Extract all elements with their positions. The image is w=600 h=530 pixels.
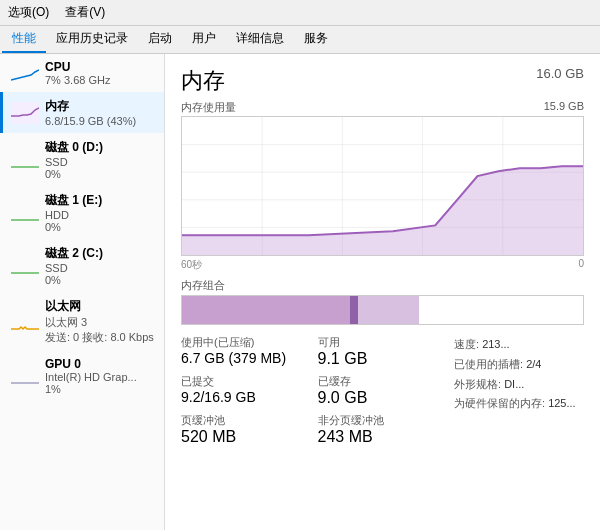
disk0-title: 磁盘 0 (D:) (45, 139, 103, 156)
disk2-title: 磁盘 2 (C:) (45, 245, 103, 262)
disk2-subtitle: SSD (45, 262, 103, 274)
graph-label-top: 内存使用量 15.9 GB (181, 100, 584, 115)
svg-marker-9 (182, 166, 583, 255)
disk2-mini-chart (11, 255, 39, 277)
ethernet-subtitle: 以太网 3 (45, 315, 154, 330)
composition-used (182, 296, 350, 324)
gpu-subtitle: Intel(R) HD Grap... (45, 371, 137, 383)
stat-paged-pool: 页缓冲池 520 MB (181, 413, 308, 446)
disk0-mini-chart (11, 149, 39, 171)
disk0-subtitle: SSD (45, 156, 103, 168)
disk1-mini-chart (11, 202, 39, 224)
disk1-percent: 0% (45, 221, 102, 233)
gpu-title: GPU 0 (45, 357, 137, 371)
memory-mini-chart (11, 102, 39, 124)
cpu-subtitle: 7% 3.68 GHz (45, 74, 110, 86)
tab-details[interactable]: 详细信息 (226, 26, 294, 53)
tab-startup[interactable]: 启动 (138, 26, 182, 53)
tab-users[interactable]: 用户 (182, 26, 226, 53)
ethernet-speed: 发送: 0 接收: 8.0 Kbps (45, 330, 154, 345)
tabbar: 性能 应用历史记录 启动 用户 详细信息 服务 (0, 26, 600, 54)
disk2-percent: 0% (45, 274, 103, 286)
ethernet-mini-chart (11, 311, 39, 333)
memory-title: 内存 (45, 98, 136, 115)
graph-top-value: 15.9 GB (544, 100, 584, 115)
cpu-mini-chart (11, 62, 39, 84)
stat-available: 可用 9.1 GB (318, 335, 445, 368)
composition-free (419, 296, 583, 324)
graph-top-label: 内存使用量 (181, 100, 236, 115)
tab-performance[interactable]: 性能 (2, 26, 46, 53)
memory-subtitle: 6.8/15.9 GB (43%) (45, 115, 136, 127)
sidebar-item-disk2[interactable]: 磁盘 2 (C:) SSD 0% (0, 239, 164, 292)
menu-options[interactable]: 选项(O) (4, 2, 53, 23)
composition-label: 内存组合 (181, 278, 584, 293)
panel-title: 内存 (181, 66, 225, 96)
main-layout: CPU 7% 3.68 GHz 内存 6.8/15.9 GB (43%) (0, 54, 600, 530)
disk1-subtitle: HDD (45, 209, 102, 221)
disk0-percent: 0% (45, 168, 103, 180)
sidebar-item-cpu[interactable]: CPU 7% 3.68 GHz (0, 54, 164, 92)
stats-section: 使用中(已压缩) 6.7 GB (379 MB) 可用 9.1 GB 已提交 9… (181, 335, 584, 446)
stat-committed: 已提交 9.2/16.9 GB (181, 374, 308, 407)
cpu-title: CPU (45, 60, 110, 74)
gpu-mini-chart (11, 365, 39, 387)
composition-modified (350, 296, 358, 324)
stats-left: 使用中(已压缩) 6.7 GB (379 MB) 可用 9.1 GB 已提交 9… (181, 335, 444, 446)
gpu-percent: 1% (45, 383, 137, 395)
stat-reserved-label: 为硬件保留的内存: 125... (454, 394, 584, 414)
stat-cached: 已缓存 9.0 GB (318, 374, 445, 407)
disk1-title: 磁盘 1 (E:) (45, 192, 102, 209)
panel-total: 16.0 GB (536, 66, 584, 81)
graph-time-labels: 60秒 0 (181, 258, 584, 272)
tab-app-history[interactable]: 应用历史记录 (46, 26, 138, 53)
ethernet-title: 以太网 (45, 298, 154, 315)
time-label-left: 60秒 (181, 258, 202, 272)
sidebar-item-disk1[interactable]: 磁盘 1 (E:) HDD 0% (0, 186, 164, 239)
stat-slots-label: 已使用的插槽: 2/4 (454, 355, 584, 375)
stat-form-label: 外形规格: DI... (454, 375, 584, 395)
panel-header: 内存 16.0 GB (181, 66, 584, 96)
memory-graph (181, 116, 584, 256)
sidebar: CPU 7% 3.68 GHz 内存 6.8/15.9 GB (43%) (0, 54, 165, 530)
composition-standby (358, 296, 418, 324)
tab-services[interactable]: 服务 (294, 26, 338, 53)
stats-right: 速度: 213... 已使用的插槽: 2/4 外形规格: DI... 为硬件保留… (454, 335, 584, 446)
sidebar-item-disk0[interactable]: 磁盘 0 (D:) SSD 0% (0, 133, 164, 186)
stat-speed-label: 速度: 213... (454, 335, 584, 355)
composition-bar (181, 295, 584, 325)
right-panel: 内存 16.0 GB 内存使用量 15.9 GB (165, 54, 600, 530)
stat-nonpaged-pool: 非分页缓冲池 243 MB (318, 413, 445, 446)
svg-rect-0 (11, 102, 39, 124)
time-label-right: 0 (578, 258, 584, 272)
stat-compressed: 使用中(已压缩) 6.7 GB (379 MB) (181, 335, 308, 368)
sidebar-item-memory[interactable]: 内存 6.8/15.9 GB (43%) (0, 92, 164, 133)
sidebar-item-ethernet[interactable]: 以太网 以太网 3 发送: 0 接收: 8.0 Kbps (0, 292, 164, 351)
sidebar-item-gpu[interactable]: GPU 0 Intel(R) HD Grap... 1% (0, 351, 164, 401)
menubar: 选项(O) 查看(V) (0, 0, 600, 26)
menu-view[interactable]: 查看(V) (61, 2, 109, 23)
